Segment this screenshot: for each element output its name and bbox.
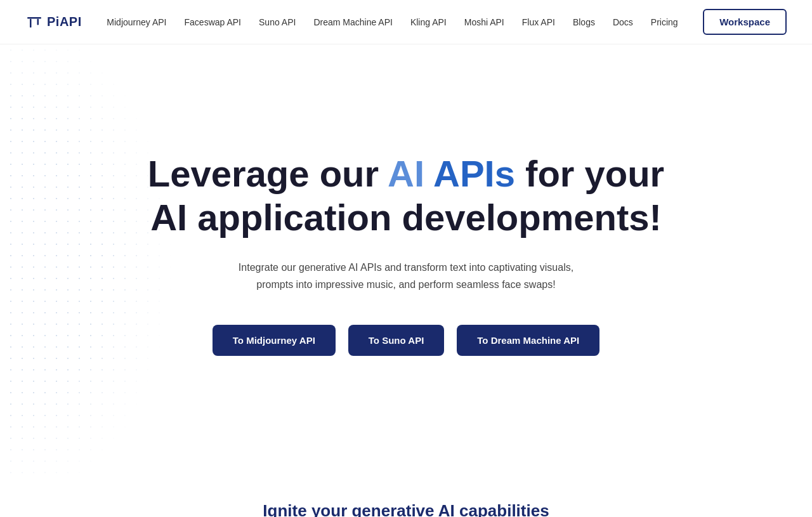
bottom-title: Ignite your generative AI capabilities (25, 501, 787, 517)
nav-item-docs[interactable]: Docs (613, 16, 633, 28)
nav-item-midjourney[interactable]: Midjourney API (107, 16, 166, 28)
faceswap-api-link[interactable]: Faceswap API (185, 17, 242, 27)
logo-icon (25, 13, 43, 31)
bottom-section: Ignite your generative AI capabilities (0, 476, 812, 517)
svg-rect-2 (37, 18, 39, 25)
nav-item-suno[interactable]: Suno API (259, 16, 296, 28)
hero-subtitle: Integrate our generative AI APIs and tra… (239, 259, 573, 293)
blogs-link[interactable]: Blogs (573, 17, 595, 27)
hero-subtitle-line2: prompts into impressive music, and perfo… (256, 279, 555, 290)
logo[interactable]: PiAPI (25, 13, 82, 31)
btn-suno[interactable]: To Suno API (348, 325, 445, 356)
flux-api-link[interactable]: Flux API (522, 17, 555, 27)
midjourney-api-link[interactable]: Midjourney API (107, 17, 166, 27)
btn-dream-machine[interactable]: To Dream Machine API (457, 325, 599, 356)
nav-links: Midjourney API Faceswap API Suno API Dre… (107, 16, 678, 28)
btn-midjourney[interactable]: To Midjourney API (213, 325, 336, 356)
navbar: PiAPI Midjourney API Faceswap API Suno A… (0, 0, 812, 44)
hero-buttons: To Midjourney API To Suno API To Dream M… (213, 325, 599, 356)
svg-rect-0 (27, 17, 41, 19)
hero-title-apis: APIs (433, 153, 515, 194)
hero-title-part1: Leverage our (148, 153, 388, 194)
hero-section: Leverage our AI APIs for your AI applica… (0, 44, 812, 476)
hero-title-part2: for your (515, 153, 664, 194)
kling-api-link[interactable]: Kling API (410, 17, 447, 27)
workspace-button[interactable]: Workspace (703, 9, 787, 35)
logo-text: PiAPI (47, 15, 82, 29)
nav-item-flux[interactable]: Flux API (522, 16, 555, 28)
hero-title-line2: AI application developments! (150, 197, 662, 238)
svg-rect-1 (30, 18, 32, 27)
hero-title: Leverage our AI APIs for your AI applica… (148, 152, 664, 240)
pricing-link[interactable]: Pricing (651, 17, 678, 27)
hero-title-ai: AI (388, 153, 424, 194)
dream-machine-api-link[interactable]: Dream Machine API (313, 17, 393, 27)
hero-subtitle-line1: Integrate our generative AI APIs and tra… (239, 262, 573, 273)
nav-item-kling[interactable]: Kling API (410, 16, 447, 28)
moshi-api-link[interactable]: Moshi API (464, 17, 504, 27)
suno-api-link[interactable]: Suno API (259, 17, 296, 27)
docs-link[interactable]: Docs (613, 17, 633, 27)
nav-item-blogs[interactable]: Blogs (573, 16, 595, 28)
nav-item-moshi[interactable]: Moshi API (464, 16, 504, 28)
nav-item-pricing[interactable]: Pricing (651, 16, 678, 28)
nav-item-dream-machine[interactable]: Dream Machine API (313, 16, 393, 28)
nav-item-faceswap[interactable]: Faceswap API (185, 16, 242, 28)
